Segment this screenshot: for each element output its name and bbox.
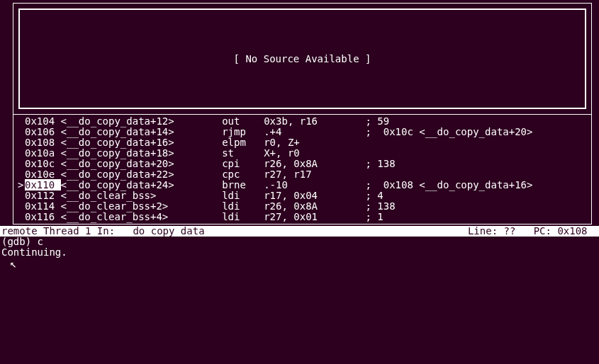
status-line-label: Line: (468, 226, 498, 237)
asm-mnemonic: st (222, 147, 264, 159)
asm-comment: ; 1 (365, 211, 383, 222)
asm-row[interactable]: 0x10a <__do_copy_data+18> st X+, r0 (13, 148, 591, 159)
asm-gutter (18, 148, 25, 159)
asm-gutter (18, 137, 25, 148)
asm-symbol: <__do_copy_data+14> (61, 126, 223, 137)
asm-address: 0x104 (25, 115, 61, 127)
asm-row[interactable]: 0x10e <__do_copy_data+22> cpc r27, r17 (13, 169, 591, 180)
asm-operands: r0, Z+ (264, 137, 365, 148)
status-sep (515, 226, 533, 237)
asm-row[interactable]: 0x112 <__do_clear_bss> ldi r17, 0x04 ; 4 (13, 190, 591, 201)
asm-operands: r26, 0x8A (264, 200, 365, 212)
status-pc-value: 0x108 (557, 226, 587, 237)
gdb-console[interactable]: (gdb) c Continuing. ↖ (0, 237, 599, 269)
asm-operands: r26, 0x8A (264, 158, 365, 169)
asm-symbol: <__do_clear_bss> (61, 190, 223, 201)
gdb-output-line: Continuing. (1, 247, 598, 258)
asm-symbol: <__do_copy_data+18> (61, 147, 223, 159)
asm-mnemonic: brne (222, 179, 264, 190)
asm-mnemonic: cpi (222, 158, 264, 169)
asm-row[interactable]: 0x104 <__do_copy_data+12> out 0x3b, r16 … (13, 116, 591, 127)
status-line-spacer (498, 226, 503, 237)
status-thread: remote Thread 1 In: __do_copy_data (1, 226, 468, 237)
asm-operands: r27, 0x01 (264, 211, 365, 222)
disassembly-panel[interactable]: 0x104 <__do_copy_data+12> out 0x3b, r16 … (13, 115, 592, 224)
asm-symbol: <__do_copy_data+16> (61, 137, 223, 148)
tui-top-frame: [ No Source Available ] (13, 3, 592, 115)
status-tail-spacer (588, 226, 593, 237)
asm-operands: r17, 0x04 (264, 190, 365, 201)
mouse-cursor-icon: ↖ (10, 258, 599, 270)
asm-row[interactable]: 0x10c <__do_copy_data+20> cpi r26, 0x8A … (13, 159, 591, 169)
asm-address: 0x108 (25, 137, 61, 148)
asm-gutter (18, 159, 25, 169)
asm-symbol: <__do_copy_data+20> (61, 158, 223, 169)
asm-row[interactable]: >0x110 <__do_copy_data+24> brne .-10 ; 0… (13, 180, 591, 190)
asm-symbol: <__do_copy_data+12> (61, 115, 223, 127)
asm-operands: .-10 (264, 179, 365, 190)
no-source-message: [ No Source Available ] (234, 54, 371, 64)
asm-address: 0x10c (25, 158, 61, 169)
asm-comment: ; 138 (365, 158, 395, 169)
asm-operands: 0x3b, r16 (264, 115, 365, 127)
asm-mnemonic: rjmp (222, 126, 264, 137)
asm-symbol: <__do_copy_data+24> (61, 179, 223, 190)
asm-address: 0x110 (25, 179, 61, 190)
asm-address: 0x106 (25, 126, 61, 137)
gdb-prompt-line[interactable]: (gdb) c (1, 237, 598, 247)
asm-address: 0x114 (25, 200, 61, 212)
gdb-command: c (38, 236, 43, 247)
asm-symbol: <__do_clear_bss+2> (61, 200, 223, 212)
asm-gutter (18, 116, 25, 127)
status-pc-spacer (552, 226, 557, 237)
asm-operands: r27, r17 (264, 169, 365, 180)
asm-mnemonic: ldi (222, 190, 264, 201)
asm-comment: ; 138 (365, 200, 395, 212)
asm-row[interactable]: 0x114 <__do_clear_bss+2> ldi r26, 0x8A ;… (13, 201, 591, 212)
asm-row[interactable]: 0x108 <__do_copy_data+16> elpm r0, Z+ (13, 137, 591, 148)
asm-comment: ; 59 (365, 115, 389, 127)
asm-address: 0x112 (25, 190, 61, 201)
asm-operands: .+4 (264, 126, 365, 137)
asm-mnemonic: out (222, 115, 264, 127)
asm-mnemonic: elpm (222, 137, 264, 148)
asm-comment: ; 4 (365, 190, 383, 201)
asm-address: 0x116 (25, 211, 61, 222)
asm-gutter (18, 169, 25, 180)
asm-symbol: <__do_copy_data+22> (61, 169, 223, 180)
status-line-value: ?? (504, 226, 516, 237)
asm-gutter (18, 190, 25, 201)
source-panel: [ No Source Available ] (18, 8, 586, 109)
asm-gutter (18, 127, 25, 137)
asm-gutter: > (18, 180, 25, 190)
asm-mnemonic: cpc (222, 169, 264, 180)
gdb-prompt: (gdb) (1, 236, 38, 247)
asm-mnemonic: ldi (222, 211, 264, 222)
asm-comment: ; 0x10c <__do_copy_data+20> (365, 126, 532, 137)
asm-mnemonic: ldi (222, 200, 264, 212)
status-pc-label: PC: (534, 226, 552, 237)
asm-operands: X+, r0 (264, 147, 365, 159)
asm-gutter (18, 201, 25, 212)
asm-address: 0x10e (25, 169, 61, 180)
asm-row[interactable]: 0x106 <__do_copy_data+14> rjmp .+4 ; 0x1… (13, 127, 591, 137)
asm-gutter (18, 212, 25, 222)
asm-row[interactable]: 0x116 <__do_clear_bss+4> ldi r27, 0x01 ;… (13, 212, 591, 222)
status-bar: remote Thread 1 In: __do_copy_data Line:… (0, 226, 599, 237)
asm-comment: ; 0x108 <__do_copy_data+16> (365, 179, 532, 190)
asm-symbol: <__do_clear_bss+4> (61, 211, 223, 222)
asm-address: 0x10a (25, 147, 61, 159)
